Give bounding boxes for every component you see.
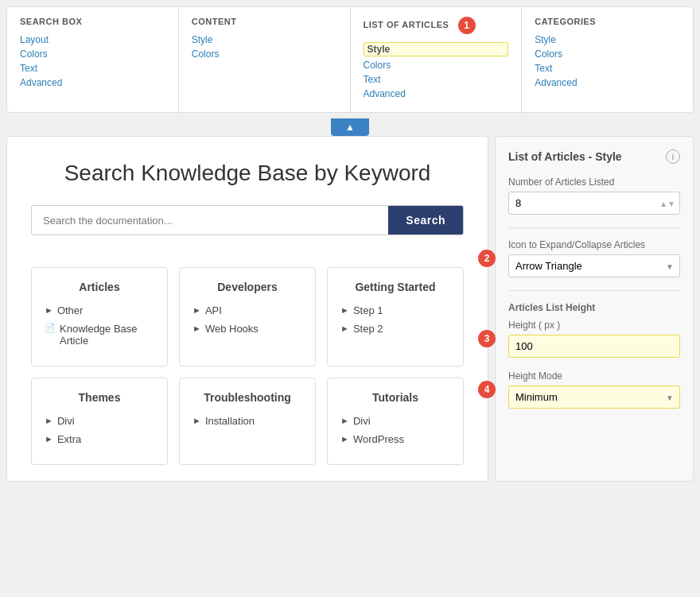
arrow-icon: ► <box>340 305 349 315</box>
search-button[interactable]: Search <box>388 206 463 235</box>
item-installation: Installation <box>205 415 255 427</box>
section-search-box: SEARCH BOX Layout Colors Text Advanced <box>7 7 179 112</box>
preview-title: Search Knowledge Base by Keyword <box>31 161 464 186</box>
height-mode-select-wrapper: Minimum Maximum Fixed <box>508 386 680 409</box>
field-icon-expand: 2 Icon to Expand/Collapse Articles Arrow… <box>508 239 680 277</box>
list-item: ► Web Hooks <box>192 323 302 335</box>
list-item: ► Step 2 <box>340 323 450 335</box>
list-item: 📄 Knowledge Base Article <box>45 323 154 347</box>
link-articles-style[interactable]: Style <box>364 42 509 56</box>
step-badge-4: 4 <box>478 381 496 398</box>
field-num-articles: Number of Articles Listed ▲▼ <box>508 176 680 215</box>
link-layout[interactable]: Layout <box>20 34 165 45</box>
height-px-input[interactable] <box>508 335 680 358</box>
arrow-icon: ► <box>45 416 53 425</box>
field-height-mode: 4 Height Mode Minimum Maximum Fixed <box>508 370 680 409</box>
link-advanced[interactable]: Advanced <box>20 77 165 88</box>
section-list-of-articles: LIST OF ARTICLES 1 Style Colors Text Adv… <box>351 7 523 112</box>
arrow-icon: ► <box>340 324 349 333</box>
step-badge-2: 2 <box>478 250 496 267</box>
link-content-style[interactable]: Style <box>192 34 337 45</box>
link-content-colors[interactable]: Colors <box>192 48 337 60</box>
link-cat-colors[interactable]: Colors <box>535 48 680 60</box>
arrow-icon: ► <box>340 434 349 444</box>
section-content-title: CONTENT <box>192 17 337 26</box>
info-icon[interactable]: i <box>666 149 680 164</box>
list-item: ► WordPress <box>340 433 450 445</box>
step-badge-3: 3 <box>478 330 496 347</box>
card-tutorials-title: Tutorials <box>340 391 450 404</box>
card-themes-title: Themes <box>45 391 154 404</box>
card-developers-title: Developers <box>192 281 302 293</box>
settings-title-row: List of Articles - Style i <box>508 149 680 164</box>
list-item: ► API <box>192 304 302 316</box>
item-step2: Step 2 <box>353 323 383 335</box>
height-mode-select[interactable]: Minimum Maximum Fixed <box>508 386 680 409</box>
arrow-icon: ► <box>192 324 201 333</box>
articles-grid: Articles ► Other 📄 Knowledge Base Articl… <box>31 267 464 465</box>
field-height-mode-label: Height Mode <box>508 370 680 382</box>
badge-1: 1 <box>458 17 476 34</box>
item-wordpress: WordPress <box>353 433 404 445</box>
num-articles-input[interactable] <box>508 192 680 215</box>
section-categories-title: CATEGORIES <box>535 17 680 26</box>
list-item: ► Divi <box>45 415 154 427</box>
list-item: ► Other <box>45 304 154 316</box>
search-row: Search <box>31 205 464 235</box>
card-tutorials: Tutorials ► Divi ► WordPress <box>327 378 464 465</box>
search-input[interactable] <box>32 206 388 235</box>
link-cat-advanced[interactable]: Advanced <box>535 77 680 88</box>
icon-expand-select-wrapper: Arrow Triangle Plus/Minus Chevron <box>508 254 680 277</box>
field-height-px-label: Height ( px ) <box>508 320 680 331</box>
section-search-box-title: SEARCH BOX <box>20 17 165 26</box>
card-troubleshooting: Troubleshooting ► Installation <box>179 378 316 465</box>
card-articles: Articles ► Other 📄 Knowledge Base Articl… <box>31 267 168 366</box>
articles-list-height-label: Articles List Height <box>508 302 680 313</box>
section-list-title: LIST OF ARTICLES 1 <box>364 17 509 34</box>
num-articles-wrapper: ▲▼ <box>508 192 680 215</box>
field-icon-expand-label: Icon to Expand/Collapse Articles <box>508 239 680 250</box>
settings-panel-title-text: List of Articles - Style <box>508 150 622 163</box>
item-other: Other <box>57 304 84 316</box>
item-divi: Divi <box>57 415 75 427</box>
link-articles-text[interactable]: Text <box>364 74 509 85</box>
item-extra: Extra <box>57 433 81 445</box>
card-developers: Developers ► API ► Web Hooks <box>179 267 316 366</box>
divider-1 <box>508 227 680 228</box>
link-articles-colors[interactable]: Colors <box>364 60 509 71</box>
item-api: API <box>205 304 222 316</box>
collapse-row: ▲ <box>0 118 700 136</box>
list-item: ► Divi <box>340 415 450 427</box>
icon-expand-select[interactable]: Arrow Triangle Plus/Minus Chevron <box>508 254 680 277</box>
list-item: ► Installation <box>192 415 302 427</box>
item-webhooks: Web Hooks <box>205 323 259 335</box>
spinner-icon: ▲▼ <box>659 199 675 207</box>
settings-panel: List of Articles - Style i Number of Art… <box>495 136 694 482</box>
collapse-button[interactable]: ▲ <box>331 118 369 136</box>
link-articles-advanced[interactable]: Advanced <box>364 88 509 99</box>
card-themes: Themes ► Divi ► Extra <box>31 378 168 465</box>
card-troubleshooting-title: Troubleshooting <box>192 391 302 404</box>
preview-panel: Search Knowledge Base by Keyword Search … <box>6 136 488 482</box>
main-layout: Search Knowledge Base by Keyword Search … <box>6 136 694 482</box>
card-articles-title: Articles <box>45 281 154 293</box>
section-categories: CATEGORIES Style Colors Text Advanced <box>522 7 693 112</box>
arrow-icon: ► <box>192 416 201 425</box>
link-cat-text[interactable]: Text <box>535 63 680 74</box>
top-navigation-bar: SEARCH BOX Layout Colors Text Advanced C… <box>6 6 694 113</box>
card-getting-started: Getting Started ► Step 1 ► Step 2 <box>327 267 464 366</box>
section-content: CONTENT Style Colors <box>179 7 351 112</box>
list-item: ► Extra <box>45 433 154 445</box>
item-kb-article: Knowledge Base Article <box>60 323 154 347</box>
link-cat-style[interactable]: Style <box>535 34 680 45</box>
item-tutorials-divi: Divi <box>353 415 371 427</box>
arrow-icon: ► <box>192 305 201 315</box>
doc-icon: 📄 <box>45 323 56 333</box>
link-colors[interactable]: Colors <box>20 48 165 60</box>
list-item: ► Step 1 <box>340 304 450 316</box>
arrow-icon: ► <box>340 416 349 425</box>
link-text[interactable]: Text <box>20 63 165 74</box>
arrow-icon: ► <box>45 434 53 444</box>
card-getting-started-title: Getting Started <box>340 281 450 293</box>
item-step1: Step 1 <box>353 304 383 316</box>
